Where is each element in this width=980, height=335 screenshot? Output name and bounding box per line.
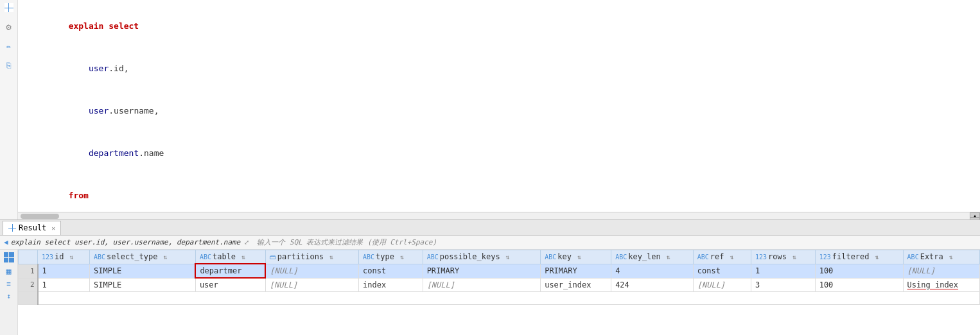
col-key-len: ABCkey_len ⇅	[611, 250, 694, 264]
pencil-icon[interactable]: ✏	[6, 42, 11, 51]
keyword-explain: explain select	[69, 21, 139, 31]
col-possible-keys: ABCpossible_keys ⇅	[423, 250, 541, 264]
cell-filtered-1: 100	[815, 264, 903, 278]
cell-partitions-1: [NULL]	[265, 264, 358, 278]
query-arrow-icon: ◀	[4, 238, 8, 246]
cell-possible-keys-2: [NULL]	[423, 278, 541, 292]
cell-rows-1: 1	[751, 264, 816, 278]
gutter-icon-1	[4, 3, 14, 13]
cell-table-1: departmer	[195, 264, 265, 278]
row-num-1: 1	[19, 264, 38, 278]
code-line-1: explain select	[28, 5, 970, 47]
table-icon-extra[interactable]: ↕	[6, 292, 11, 300]
cell-select-type-1: SIMPLE	[90, 264, 196, 278]
cell-key-2: user_index	[541, 278, 611, 292]
field-user: user	[89, 64, 109, 73]
sort-icon-type[interactable]: ⇅	[400, 253, 404, 261]
code-content[interactable]: explain select user.id, user.username, d…	[18, 0, 980, 219]
cell-ref-2: [NULL]	[693, 278, 751, 292]
table-row[interactable]: 2 1 SIMPLE user [NULL] index [NULL] user…	[19, 278, 980, 292]
left-gutter: ⚙ ✏ ⎘	[0, 0, 18, 219]
sort-icon-key[interactable]: ⇅	[577, 253, 581, 261]
table-icon-grid[interactable]	[4, 252, 14, 262]
code-scrollbar[interactable]: ▲ ▼	[18, 212, 980, 219]
col-select-type: ABCselect_type ⇅	[90, 250, 196, 264]
table-header-row: 123id ⇅ ABCselect_type ⇅ ABCtable ⇅	[19, 250, 980, 264]
close-icon[interactable]: ✕	[51, 225, 55, 232]
scroll-arrows[interactable]: ▲ ▼	[970, 212, 980, 219]
cell-type-1: const	[359, 264, 423, 278]
cell-id-1: 1	[38, 264, 90, 278]
scroll-down-btn[interactable]: ▼	[970, 218, 980, 219]
table-icon-filter[interactable]: ▦	[6, 266, 12, 276]
result-tab-bar: Result ✕	[0, 220, 980, 236]
result-panel: Result ✕ ◀ explain select user.id, user.…	[0, 219, 980, 335]
result-query-bar: ◀ explain select user.id, user.username,…	[0, 236, 980, 250]
cell-rows-2: 3	[751, 278, 816, 292]
scroll-up-btn[interactable]: ▲	[970, 212, 980, 218]
cell-ref-1: const	[693, 264, 751, 278]
sort-icon-select-type[interactable]: ⇅	[164, 253, 168, 261]
table-with-icons: ▦ ≡ ↕ 123id ⇅ ABCsele	[0, 250, 980, 335]
code-line-2: user.id,	[28, 47, 970, 90]
grid-icon-1	[4, 3, 13, 12]
col-type: ABCtype ⇅	[359, 250, 423, 264]
cell-extra-1: [NULL]	[903, 264, 979, 278]
sort-icon-partitions[interactable]: ⇅	[329, 253, 333, 261]
col-table: ABCtable ⇅	[195, 250, 265, 264]
table-row-empty	[19, 292, 980, 305]
query-text: explain select user.id, user.username, d…	[11, 238, 241, 246]
col-filtered: 123filtered ⇅	[815, 250, 903, 264]
col-key: ABCkey ⇅	[541, 250, 611, 264]
col-ref: ABCref ⇅	[693, 250, 751, 264]
code-editor-area: ⚙ ✏ ⎘ explain select user.id, user.usern…	[0, 0, 980, 219]
row-num-2: 2	[19, 278, 38, 292]
code-line-3: user.username,	[28, 90, 970, 132]
result-table-container[interactable]: 123id ⇅ ABCselect_type ⇅ ABCtable ⇅	[18, 250, 980, 335]
cell-type-2: index	[359, 278, 423, 292]
sort-icon-key-len[interactable]: ⇅	[667, 253, 670, 261]
result-tab-label: Result	[19, 223, 46, 232]
col-extra: ABCExtra ⇅	[903, 250, 979, 264]
cell-id-2: 1	[38, 278, 90, 292]
scroll-thumb[interactable]	[21, 214, 59, 219]
result-tab-icon	[8, 224, 16, 232]
col-rownum	[19, 250, 38, 264]
cell-possible-keys-1: PRIMARY	[423, 264, 541, 278]
result-tab[interactable]: Result ✕	[3, 221, 61, 235]
sort-icon-extra[interactable]: ⇅	[949, 253, 953, 261]
cell-key-len-1: 4	[611, 264, 694, 278]
query-hint: 输入一个 SQL 表达式来过滤结果 (使用 Ctrl+Space)	[257, 237, 437, 247]
cell-extra-2: Using index	[903, 278, 979, 292]
copy-icon[interactable]: ⎘	[6, 61, 11, 70]
sort-icon-table[interactable]: ⇅	[241, 253, 245, 261]
code-line-5: from	[28, 175, 970, 217]
row-num-empty	[19, 292, 38, 305]
sort-icon-possible-keys[interactable]: ⇅	[506, 253, 510, 261]
col-id: 123id ⇅	[38, 250, 90, 264]
table-row[interactable]: 1 1 SIMPLE departmer [NULL] const PRIMAR…	[19, 264, 980, 278]
query-bar-left: ◀ explain select user.id, user.username,…	[4, 237, 976, 247]
expand-icon[interactable]: ⤢	[244, 239, 249, 246]
result-table: 123id ⇅ ABCselect_type ⇅ ABCtable ⇅	[18, 250, 980, 305]
table-left-icons: ▦ ≡ ↕	[0, 250, 18, 335]
cell-key-1: PRIMARY	[541, 264, 611, 278]
sort-icon-id[interactable]: ⇅	[70, 253, 74, 261]
gutter-icon-3[interactable]: ✏	[4, 41, 14, 51]
gear-icon[interactable]: ⚙	[6, 22, 11, 32]
gutter-icon-4[interactable]: ⎘	[4, 60, 14, 71]
cell-filtered-2: 100	[815, 278, 903, 292]
cell-table-2: user	[195, 278, 265, 292]
main-container: ⚙ ✏ ⎘ explain select user.id, user.usern…	[0, 0, 980, 335]
sort-icon-filtered[interactable]: ⇅	[875, 253, 879, 261]
table-icon-rows[interactable]: ≡	[6, 280, 11, 288]
sort-icon-rows[interactable]: ⇅	[792, 253, 796, 261]
col-partitions: 🗃partitions ⇅	[265, 250, 358, 264]
cell-select-type-2: SIMPLE	[90, 278, 196, 292]
using-index-text: Using index	[907, 280, 958, 289]
col-rows: 123rows ⇅	[751, 250, 816, 264]
cell-partitions-2: [NULL]	[265, 278, 358, 292]
sort-icon-ref[interactable]: ⇅	[730, 253, 734, 261]
gutter-icon-2: ⚙	[4, 22, 14, 32]
code-line-4: department.name	[28, 132, 970, 175]
